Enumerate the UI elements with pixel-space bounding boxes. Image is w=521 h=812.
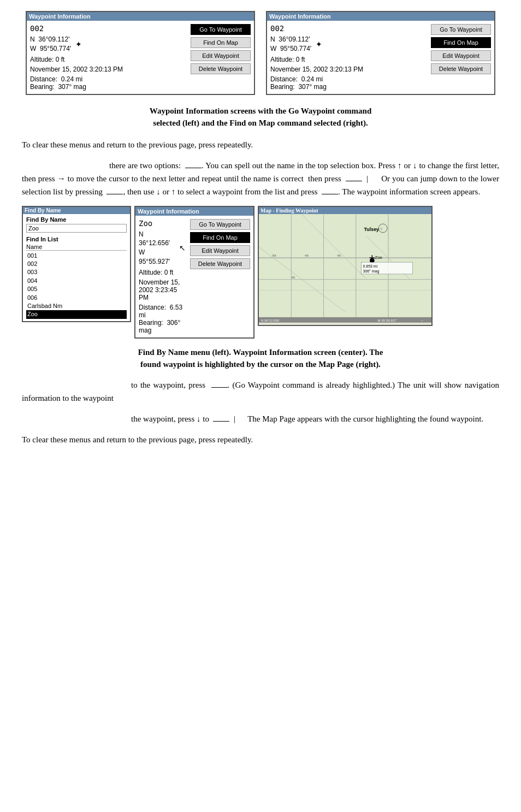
wp-center-lon-line: W 95°55.927' [139,248,175,266]
left-lat-line: N 36°09.112' [30,35,71,44]
right-dist-bearing: Distance: 0.24 mi Bearing: 307° mag [270,75,427,91]
right-lat-label: N [270,35,275,43]
right-lat-value: 36°09.112' [279,35,310,43]
find-name-input[interactable]: Zoo [26,224,127,233]
wp-center-header: Waypoint Information [135,207,253,216]
svg-text:5: 5 [380,226,382,230]
para4: the waypoint, press ↓ to | The Map Page … [22,412,499,425]
left-lat-label: N [30,35,35,43]
svg-text:Tulsey: Tulsey [364,226,380,232]
left-delete-button[interactable]: Delete Waypoint [191,63,251,74]
right-bearing-row: Bearing: 307° mag [270,83,427,91]
para3: to the waypoint, press . (Go Waypoint co… [22,378,499,405]
left-panel-info: 002 N 36°09.112' W 95°50.774' ✦ [30,24,186,91]
right-waypoint-panel: Waypoint Information 002 N 36°09.112' W … [266,11,495,95]
svg-text:0.853 mi: 0.853 mi [363,264,378,268]
blank4 [322,194,338,194]
left-lon-value: 95°50.774' [40,45,71,52]
left-lon-label: W [30,45,36,52]
wp-center-buttons: Go To Waypoint Find On Map Edit Waypoint… [190,219,250,334]
right-compass-icon: ✦ [316,40,322,49]
wp-center-delete-button[interactable]: Delete Waypoint [190,258,250,269]
map-svg: Tulsey 5 Zoo 0.853 mi 306° mag N 36°12.6… [259,214,431,323]
wp-center-coords-lines: N 36°12.656' W 95°55.927' [139,230,175,266]
find-list-item[interactable]: 006 [26,294,127,302]
wp-center-goto-button[interactable]: Go To Waypoint [190,219,250,230]
para2: there are two options: . You can spell o… [22,159,499,198]
right-edit-button[interactable]: Edit Waypoint [431,50,491,61]
svg-text:4A: 4A [291,275,295,278]
left-edit-button[interactable]: Edit Waypoint [191,50,251,61]
wp-center-distance-row: Distance: 6.53 mi [139,304,186,319]
right-panel-buttons: Go To Waypoint Find On Map Edit Waypoint… [431,24,491,91]
left-distance-value: 0.24 mi [61,75,82,83]
right-find-button[interactable]: Find On Map [431,37,491,48]
find-panel-header: Find By Name [23,207,130,214]
left-goto-button[interactable]: Go To Waypoint [191,24,251,35]
wp-center-id: Zoo [139,219,186,228]
left-find-button[interactable]: Find On Map [191,37,251,48]
find-list-item[interactable]: Carlsbad Nm [26,302,127,310]
wp-center-body: Zoo N 36°12.656' W 95°55.927' ↖ [135,216,253,337]
svg-text:↔: ↔ [421,318,424,322]
blank5 [211,387,228,388]
left-date: November 15, 2002 3:20:13 PM [30,66,186,73]
wp-center-bearing-row: Bearing: 306° mag [139,319,186,334]
find-in-list-label: Find In List [26,236,127,242]
find-name-col-header: Name [26,244,127,251]
svg-text:W  95°55.927': W 95°55.927' [377,318,396,322]
find-list-item[interactable]: 003 [26,268,127,276]
find-by-name-panel: Find By Name Find By Name Zoo Find In Li… [22,206,131,322]
left-coords-lines: N 36°09.112' W 95°50.774' [30,35,71,54]
right-goto-button[interactable]: Go To Waypoint [431,24,491,35]
wp-center-find-button[interactable]: Find On Map [190,232,250,243]
left-lat-value: 36°09.112' [38,35,69,43]
left-wp-coords: N 36°09.112' W 95°50.774' ✦ [30,35,186,54]
find-list-item[interactable]: 005 [26,285,127,293]
left-panel-header: Waypoint Information [27,12,254,21]
right-wp-coords: N 36°09.112' W 95°50.774' ✦ [270,35,427,54]
blank1 [185,168,202,168]
left-bearing-row: Bearing: 307° mag [30,83,186,91]
wp-center-coords: N 36°12.656' W 95°55.927' ↖ [139,230,186,266]
svg-text:4A: 4A [305,254,309,257]
right-distance-value: 0.24 mi [301,75,323,83]
right-distance-row: Distance: 0.24 mi [270,75,427,83]
blank3 [106,194,123,194]
blank6 [213,421,229,422]
top-panels-section: Waypoint Information 002 N 36°09.112' W … [22,11,499,95]
right-lon-label: W [270,45,276,52]
find-list: 001002003004005006Carlsbad NmZoo [26,252,127,319]
left-compass-icon: ✦ [75,40,82,49]
wp-center-lon-value: 95°55.927' [139,258,170,265]
wp-center-lon-label: W [139,248,145,256]
left-bearing-value: 307° mag [58,83,86,91]
left-panel-body: 002 N 36°09.112' W 95°50.774' ✦ [27,21,254,94]
left-wp-id: 002 [30,24,186,33]
right-bearing-label: Bearing: [270,83,295,91]
wp-center-info: Zoo N 36°12.656' W 95°55.927' ↖ [139,219,186,334]
right-altitude: Altitude: 0 ft [270,56,427,63]
right-date: November 15, 2002 3:20:13 PM [270,66,427,73]
wp-center-dist-bearing: Distance: 6.53 mi Bearing: 306° mag [139,304,186,334]
left-panel-buttons: Go To Waypoint Find On Map Edit Waypoint… [191,24,251,91]
find-by-name-label: Find By Name [26,216,127,223]
map-panel: Map - Finding Waypoint Tulsey [258,206,433,326]
right-delete-button[interactable]: Delete Waypoint [431,63,491,74]
bottom-caption: Find By Name menu (left). Waypoint Infor… [22,346,499,371]
find-list-item[interactable]: 004 [26,277,127,285]
right-panel-header: Waypoint Information [267,12,494,21]
left-lon-line: W 95°50.774' [30,44,71,54]
find-list-item[interactable]: 002 [26,260,127,268]
find-list-item[interactable]: Zoo [26,310,127,318]
wp-center-lat-line: N 36°12.656' [139,230,175,248]
wp-center-edit-button[interactable]: Edit Waypoint [190,245,250,256]
left-distance-label: Distance: [30,75,57,83]
left-distance-row: Distance: 0.24 mi [30,75,186,83]
map-panel-header: Map - Finding Waypoint [259,207,431,214]
wp-center-bearing-label: Bearing: [139,319,163,327]
svg-text:Zoo: Zoo [375,255,382,260]
svg-text:306° mag: 306° mag [363,269,380,274]
find-list-item[interactable]: 001 [26,252,127,260]
wp-center-altitude: Altitude: 0 ft [139,269,186,276]
